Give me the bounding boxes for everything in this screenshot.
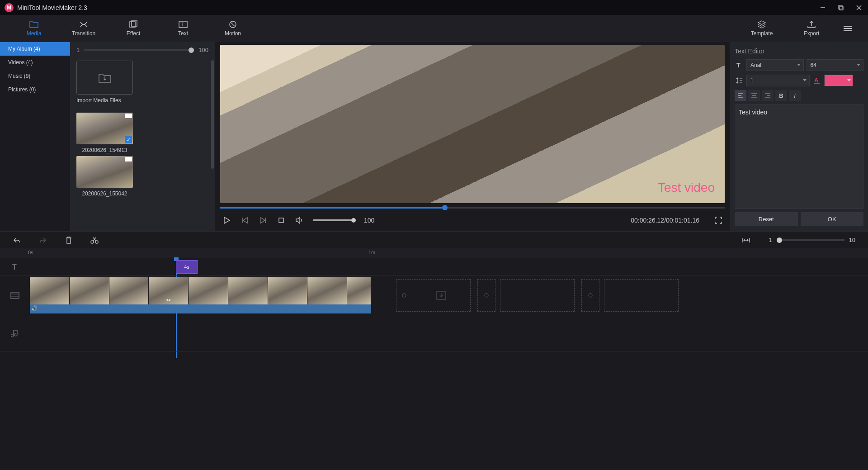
minimize-button[interactable] bbox=[818, 3, 827, 12]
stop-button[interactable] bbox=[277, 216, 285, 224]
drop-zone[interactable] bbox=[581, 279, 599, 312]
ruler-mark: 1m bbox=[368, 250, 375, 255]
app-logo: M bbox=[5, 3, 14, 12]
sidebar-item-pictures[interactable]: Pictures (0) bbox=[0, 83, 70, 96]
import-folder-icon bbox=[98, 72, 112, 84]
video-track[interactable]: ✂ 🔊 bbox=[0, 275, 868, 315]
play-button[interactable] bbox=[223, 216, 231, 224]
redo-button[interactable] bbox=[39, 237, 47, 244]
svg-text:T: T bbox=[181, 22, 184, 27]
reset-label: Reset bbox=[759, 216, 774, 223]
video-track-icon bbox=[0, 291, 30, 299]
layers-icon bbox=[757, 20, 767, 28]
timeline-ruler[interactable]: 0s 1m bbox=[0, 248, 868, 258]
bold-button[interactable]: B bbox=[775, 90, 787, 101]
preview-overlay-text: Test video bbox=[658, 180, 715, 195]
align-left-button[interactable] bbox=[735, 90, 746, 101]
text-track[interactable]: T 4s bbox=[0, 258, 868, 275]
sidebar-item-label: Music (9) bbox=[8, 73, 30, 79]
template-button[interactable]: Template bbox=[737, 15, 787, 42]
sidebar-item-label: Videos (4) bbox=[8, 59, 33, 66]
transition-icon bbox=[79, 20, 89, 28]
font-size-select[interactable]: 64 bbox=[807, 59, 864, 71]
text-editor-panel: Text Editor T Arial 64 1 A B I Test vide… bbox=[730, 42, 868, 231]
timeline: 0s 1m T 4s ✂ 🔊 bbox=[0, 248, 868, 351]
undo-button[interactable] bbox=[13, 237, 21, 244]
text-track-icon: T bbox=[0, 262, 30, 271]
text-clip[interactable]: 4s bbox=[176, 260, 198, 274]
ok-label: OK bbox=[828, 216, 836, 223]
size-value: 64 bbox=[811, 62, 816, 68]
color-picker[interactable] bbox=[824, 75, 853, 86]
import-media-button[interactable] bbox=[76, 61, 133, 95]
link-icon bbox=[586, 291, 594, 299]
svg-text:T: T bbox=[736, 62, 741, 69]
export-icon bbox=[807, 20, 816, 28]
tab-label: Text bbox=[178, 30, 188, 37]
preview-video: Test video bbox=[220, 45, 725, 203]
media-panel: 1 100 Import Media Files ✓ 20200626_1549… bbox=[70, 42, 215, 231]
speaker-icon: 🔊 bbox=[31, 305, 38, 312]
text-input[interactable]: Test video bbox=[735, 104, 863, 209]
tab-transition[interactable]: Transition bbox=[59, 15, 108, 42]
timeline-zoom-max: 10 bbox=[849, 237, 855, 243]
thumb-zoom-max: 100 bbox=[198, 47, 208, 53]
tab-effect[interactable]: Effect bbox=[108, 15, 158, 42]
tab-motion[interactable]: Motion bbox=[208, 15, 258, 42]
title-bar: M MiniTool MovieMaker 2.3 bbox=[0, 0, 868, 15]
tab-text[interactable]: T Text bbox=[158, 15, 208, 42]
split-button[interactable] bbox=[90, 236, 99, 244]
top-ribbon: Media Transition Effect T Text Motion Te… bbox=[0, 15, 868, 42]
drop-zone[interactable] bbox=[477, 279, 495, 312]
fit-timeline-button[interactable] bbox=[741, 237, 750, 243]
drop-zone[interactable] bbox=[604, 279, 679, 312]
hamburger-menu[interactable] bbox=[836, 25, 859, 32]
video-badge-icon bbox=[125, 157, 132, 161]
mute-button[interactable] bbox=[295, 216, 303, 224]
import-drop-icon bbox=[412, 290, 470, 301]
svg-rect-30 bbox=[11, 292, 19, 299]
align-right-button[interactable] bbox=[762, 90, 774, 101]
audio-track[interactable] bbox=[0, 315, 868, 351]
font-value: Arial bbox=[750, 62, 761, 68]
ok-button[interactable]: OK bbox=[801, 212, 864, 226]
prev-frame-button[interactable] bbox=[241, 216, 249, 224]
motion-icon bbox=[228, 20, 238, 28]
export-button[interactable]: Export bbox=[787, 15, 836, 42]
tab-label: Media bbox=[27, 30, 42, 37]
font-select[interactable]: Arial bbox=[746, 59, 804, 71]
folder-icon bbox=[29, 20, 39, 28]
drop-zone[interactable] bbox=[396, 279, 471, 312]
sidebar-item-videos[interactable]: Videos (4) bbox=[0, 56, 70, 69]
clip-name: 20200626_154913 bbox=[76, 147, 133, 153]
timeline-zoom-slider[interactable] bbox=[777, 239, 844, 241]
italic-button[interactable]: I bbox=[789, 90, 801, 101]
preview-time: 00:00:26.12/00:01:01.16 bbox=[631, 217, 699, 224]
sidebar-item-music[interactable]: Music (9) bbox=[0, 69, 70, 83]
sidebar-item-album[interactable]: My Album (4) bbox=[0, 42, 70, 56]
text-icon: T bbox=[178, 20, 188, 28]
line-height-select[interactable]: 1 bbox=[746, 75, 810, 86]
media-clip[interactable]: ✓ 20200626_154913 bbox=[76, 113, 133, 153]
media-scrollbar[interactable] bbox=[211, 60, 214, 169]
media-clip[interactable]: 20200626_155042 bbox=[76, 156, 133, 197]
close-button[interactable] bbox=[854, 3, 863, 12]
maximize-button[interactable] bbox=[836, 3, 845, 12]
fullscreen-button[interactable] bbox=[715, 217, 722, 224]
video-clip[interactable]: ✂ 🔊 bbox=[30, 277, 371, 313]
preview-scrubber[interactable] bbox=[220, 207, 725, 209]
align-center-button[interactable] bbox=[748, 90, 760, 101]
tab-media[interactable]: Media bbox=[9, 15, 59, 42]
volume-slider[interactable] bbox=[313, 219, 354, 221]
thumb-zoom-slider[interactable] bbox=[84, 49, 194, 51]
reset-button[interactable]: Reset bbox=[735, 212, 798, 226]
tab-label: Effect bbox=[127, 30, 140, 37]
delete-button[interactable] bbox=[65, 236, 72, 244]
export-label: Export bbox=[804, 30, 820, 37]
drop-zone[interactable] bbox=[500, 279, 575, 312]
media-sidebar: My Album (4) Videos (4) Music (9) Pictur… bbox=[0, 42, 70, 231]
next-frame-button[interactable] bbox=[259, 216, 267, 224]
preview-panel: Test video 100 00:00:26.12/00:01:01.16 bbox=[215, 42, 730, 231]
line-height-icon bbox=[735, 77, 744, 84]
line-value: 1 bbox=[750, 77, 754, 84]
